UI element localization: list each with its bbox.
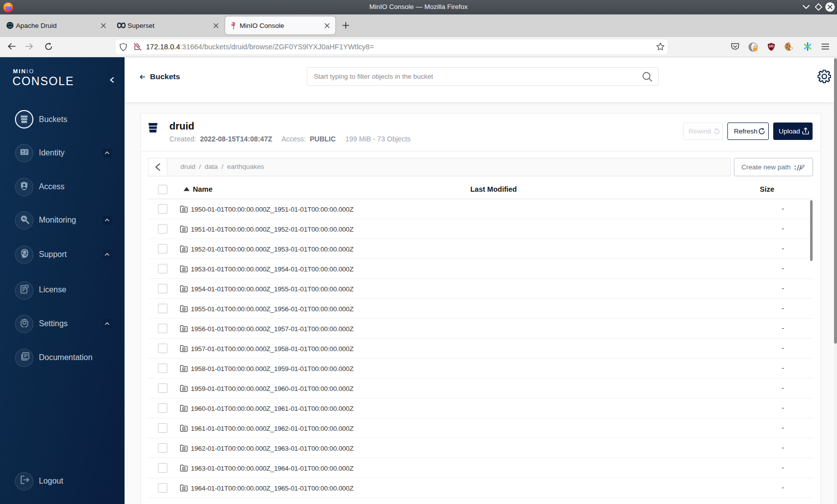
svg-text:UO: UO [769,44,774,48]
